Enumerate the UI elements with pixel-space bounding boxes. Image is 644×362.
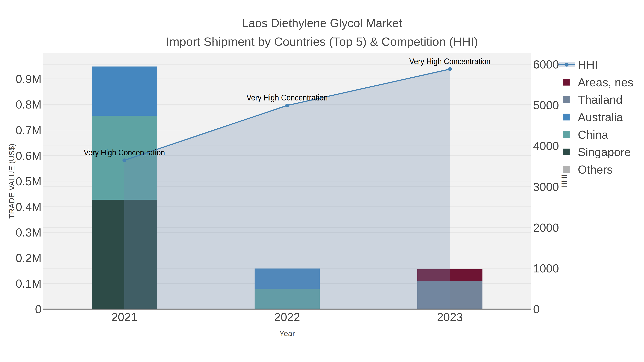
legend-swatch-others: [563, 166, 570, 173]
chart-subtitle: Import Shipment by Countries (Top 5) & C…: [166, 35, 478, 48]
hhi-marker-2022[interactable]: [285, 103, 289, 107]
chart-canvas: 00.1M0.2M0.3M0.4M0.5M0.6M0.7M0.8M0.9M010…: [0, 0, 644, 362]
x-axis-tick-label-2023: 2023: [437, 311, 463, 324]
y2-axis-tick-label-4000: 4000: [533, 139, 559, 152]
x-axis-title: Year: [280, 329, 295, 338]
legend-item-singapore[interactable]: Singapore: [563, 145, 631, 159]
y-axis-tick-label-0: 0: [35, 303, 42, 316]
hhi-marker-2021[interactable]: [122, 158, 126, 162]
legend: HHIAreas, nesThailandAustraliaChinaSinga…: [558, 58, 634, 176]
y-axis-tick-label-0.2M: 0.2M: [16, 252, 42, 265]
annotation-2022: Very High Concentration: [246, 93, 328, 102]
legend-item-thailand[interactable]: Thailand: [563, 93, 622, 106]
legend-item-australia[interactable]: Australia: [563, 111, 623, 124]
y-axis-tick-label-0.6M: 0.6M: [16, 149, 42, 162]
y2-axis-title: HHI: [560, 174, 568, 188]
legend-swatch-areas-nes: [563, 79, 570, 86]
legend-item-others[interactable]: Others: [563, 163, 613, 176]
y-axis-tick-label-0.4M: 0.4M: [16, 200, 42, 213]
y2-axis-tick-label-6000: 6000: [533, 58, 559, 71]
legend-label-thailand: Thailand: [578, 93, 622, 106]
y-axis-tick-label-0.5M: 0.5M: [16, 175, 42, 188]
annotation-2021: Very High Concentration: [84, 148, 165, 157]
hhi-marker-2023[interactable]: [448, 67, 452, 71]
legend-swatch-australia: [563, 114, 570, 120]
y-axis-tick-label-0.3M: 0.3M: [16, 226, 42, 239]
y-axis-tick-label-0.7M: 0.7M: [16, 124, 42, 137]
legend-label-china: China: [578, 128, 608, 141]
y-axis-title: TRADE VALUE (US$): [7, 144, 16, 219]
legend-item-areas-nes[interactable]: Areas, nes: [563, 76, 634, 89]
y2-axis-tick-label-0: 0: [533, 303, 540, 316]
legend-label-others: Others: [578, 163, 613, 176]
y-axis-tick-label-0.9M: 0.9M: [16, 72, 42, 85]
legend-label-australia: Australia: [578, 111, 623, 124]
annotation-2023: Very High Concentration: [409, 56, 490, 66]
legend-swatch-china: [563, 131, 570, 138]
x-axis-tick-label-2021: 2021: [112, 311, 138, 324]
y2-axis-tick-label-5000: 5000: [533, 99, 559, 112]
legend-swatch-singapore: [563, 149, 570, 155]
legend-item-china[interactable]: China: [563, 128, 608, 141]
y2-axis-tick-label-2000: 2000: [533, 221, 559, 234]
legend-label-singapore: Singapore: [578, 145, 631, 159]
y-axis-tick-label-0.8M: 0.8M: [16, 98, 42, 111]
bar-segment-australia-2021[interactable]: [92, 66, 157, 116]
y2-axis-tick-label-1000: 1000: [533, 262, 559, 275]
y-axis-tick-label-0.1M: 0.1M: [16, 277, 42, 290]
legend-hhi-marker: [565, 63, 569, 67]
legend-label-areas-nes: Areas, nes: [578, 76, 634, 89]
figure: 00.1M0.2M0.3M0.4M0.5M0.6M0.7M0.8M0.9M010…: [0, 0, 644, 362]
y2-axis-tick-label-3000: 3000: [533, 180, 559, 193]
legend-label-hhi: HHI: [578, 58, 598, 71]
x-axis-tick-label-2022: 2022: [274, 311, 300, 324]
legend-swatch-thailand: [563, 96, 570, 103]
chart-title: Laos Diethylene Glycol Market: [242, 16, 402, 30]
legend-item-hhi[interactable]: HHI: [558, 58, 598, 71]
